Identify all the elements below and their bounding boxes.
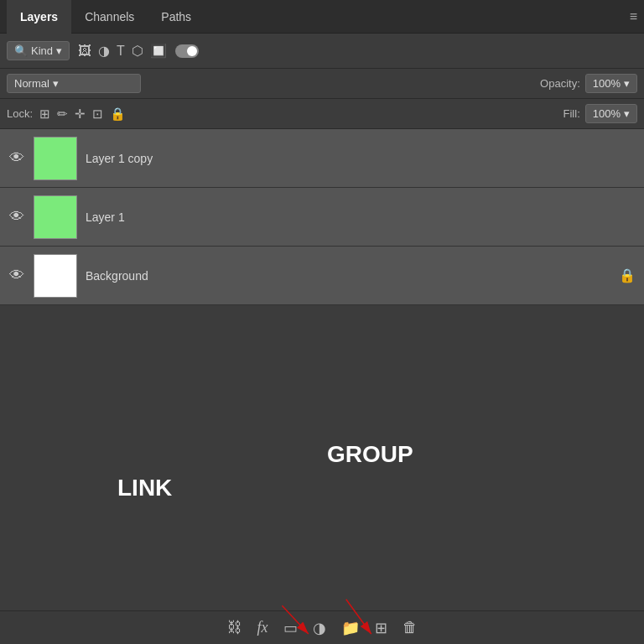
fx-button[interactable]: fx	[257, 619, 268, 636]
layers-list: 👁 Layer 1 copy 👁 Layer 1 👁 Background 🔒	[0, 129, 644, 610]
tab-channels[interactable]: Channels	[71, 0, 148, 34]
layer-thumbnail	[34, 254, 77, 298]
opacity-arrow-icon: ▾	[624, 77, 630, 90]
group-layers-button[interactable]: 📁	[341, 619, 360, 637]
bottom-toolbar: ⛓ fx ▭ ◑ 📁 ⊞ 🗑	[0, 610, 644, 644]
lock-paint-icon[interactable]: ✏	[57, 106, 68, 122]
layer-item[interactable]: 👁 Layer 1	[0, 188, 644, 247]
layer-thumbnail	[34, 137, 77, 180]
lock-icons-group: ⊞ ✏ ✛ ⊡ 🔒	[39, 106, 126, 122]
fill-label: Fill:	[564, 107, 580, 120]
lock-pixels-icon[interactable]: ⊞	[39, 106, 50, 122]
search-icon: 🔍	[14, 44, 28, 57]
tab-bar: Layers Channels Paths ≡	[0, 0, 644, 34]
layer-name: Layer 1 copy	[86, 152, 636, 165]
panel-menu-icon[interactable]: ≡	[630, 9, 637, 24]
lock-label: Lock:	[7, 107, 33, 120]
fill-arrow-icon: ▾	[624, 107, 630, 120]
layer-item[interactable]: 👁 Layer 1 copy	[0, 129, 644, 188]
layer-name: Layer 1	[86, 210, 636, 224]
blend-bar: Normal ▾ Opacity: 100% ▾	[0, 69, 644, 99]
delete-layer-button[interactable]: 🗑	[402, 619, 418, 636]
adjustment-layer-button[interactable]: ◑	[313, 619, 326, 637]
filter-adjustment-icon[interactable]: ◑	[98, 43, 110, 59]
tab-layers[interactable]: Layers	[7, 0, 71, 34]
layer-thumbnail	[34, 195, 77, 239]
layers-panel: Layers Channels Paths ≡ 🔍 Kind ▾ 🖼 ◑ T ⬡…	[0, 0, 644, 644]
layer-visibility-icon[interactable]: 👁	[8, 149, 25, 167]
filter-type-icon[interactable]: T	[117, 44, 125, 59]
blend-dropdown-arrow: ▾	[53, 77, 59, 90]
fill-input[interactable]: 100% ▾	[585, 104, 637, 123]
layer-mask-button[interactable]: ▭	[283, 619, 298, 637]
link-layers-button[interactable]: ⛓	[227, 619, 242, 636]
blend-mode-dropdown[interactable]: Normal ▾	[7, 74, 141, 93]
filter-toggle[interactable]	[175, 44, 199, 58]
layer-visibility-icon[interactable]: 👁	[8, 208, 25, 226]
filter-kind-dropdown[interactable]: 🔍 Kind ▾	[7, 41, 70, 60]
opacity-label: Opacity:	[540, 77, 580, 90]
layer-item[interactable]: 👁 Background 🔒	[0, 247, 644, 305]
filter-smartobj-icon[interactable]: 🔲	[150, 43, 167, 59]
filter-icons-group: 🖼 ◑ T ⬡ 🔲	[78, 43, 167, 59]
fill-section: Fill: 100% ▾	[564, 104, 637, 123]
filter-pixel-icon[interactable]: 🖼	[78, 44, 91, 59]
tab-paths[interactable]: Paths	[148, 0, 205, 34]
layer-lock-icon: 🔒	[619, 267, 636, 283]
dropdown-arrow-icon: ▾	[56, 44, 62, 57]
layer-name: Background	[86, 269, 610, 283]
layer-visibility-icon[interactable]: 👁	[8, 267, 25, 284]
lock-artboard-icon[interactable]: ⊡	[92, 106, 103, 122]
new-layer-button[interactable]: ⊞	[375, 619, 387, 637]
lock-bar: Lock: ⊞ ✏ ✛ ⊡ 🔒 Fill: 100% ▾	[0, 99, 644, 129]
lock-all-icon[interactable]: 🔒	[110, 106, 126, 122]
lock-move-icon[interactable]: ✛	[75, 106, 86, 122]
filter-bar: 🔍 Kind ▾ 🖼 ◑ T ⬡ 🔲	[0, 34, 644, 69]
filter-shape-icon[interactable]: ⬡	[132, 43, 143, 59]
opacity-input[interactable]: 100% ▾	[585, 74, 637, 93]
